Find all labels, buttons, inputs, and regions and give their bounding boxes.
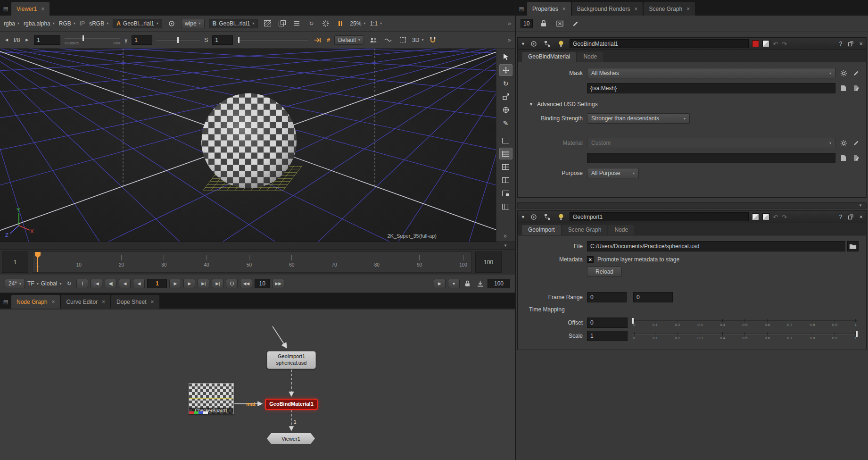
- fstop-down-icon[interactable]: ◀: [4, 35, 9, 45]
- step-forward-button[interactable]: ▶: [169, 279, 181, 288]
- node-checkerboard1[interactable]: CheckerBoard1: [189, 383, 234, 414]
- go-to-start-button[interactable]: |◀: [91, 279, 102, 288]
- gain-input[interactable]: [34, 35, 60, 45]
- stereo-views-icon[interactable]: [368, 35, 379, 45]
- frame-increment-input[interactable]: 10: [255, 279, 270, 288]
- viewer-3d-viewport[interactable]: Y Z X 2K_Super_35(full-ap) ↻ ✎: [0, 49, 515, 242]
- layout-corner-icon[interactable]: [499, 187, 513, 199]
- tab-geoimport[interactable]: GeoImport: [522, 225, 561, 235]
- checker-background-icon[interactable]: [262, 19, 273, 28]
- saturation-input[interactable]: [212, 35, 233, 45]
- waveform-icon[interactable]: [383, 35, 393, 45]
- uniform-scale-tool-icon[interactable]: [499, 104, 513, 116]
- set-out-button[interactable]: O: [226, 279, 238, 288]
- max-panels-input[interactable]: [521, 19, 533, 28]
- frame-range-start-input[interactable]: [587, 292, 627, 302]
- timeline-filter-select[interactable]: TF▾: [27, 280, 39, 287]
- refresh-icon[interactable]: ↻: [306, 19, 316, 28]
- lock-panels-icon[interactable]: [538, 19, 549, 28]
- close-icon[interactable]: ×: [51, 299, 55, 305]
- gamma-slider[interactable]: [157, 37, 200, 43]
- close-panel-icon[interactable]: ×: [859, 40, 863, 47]
- panel-menu-icon[interactable]: ▤: [1, 295, 10, 309]
- panel-menu-icon[interactable]: ▤: [517, 2, 526, 16]
- help-icon[interactable]: ?: [839, 41, 843, 47]
- node-name-input[interactable]: [570, 212, 749, 221]
- fstop-up-icon[interactable]: ▶: [24, 35, 30, 45]
- undo-icon[interactable]: ↶: [773, 213, 778, 221]
- offset-slider[interactable]: 00.10.20.30.40.50.60.70.80.91: [632, 317, 858, 329]
- edit-panels-icon[interactable]: [570, 19, 581, 28]
- slider-handle[interactable]: [177, 37, 179, 43]
- panel-divider[interactable]: ▼: [517, 202, 867, 209]
- node-color-swatch[interactable]: [752, 40, 759, 47]
- scale-input[interactable]: [587, 331, 628, 341]
- layout-split-vertical-icon[interactable]: [499, 174, 513, 186]
- advanced-usd-settings-section[interactable]: ▼ Advanced USD Settings: [529, 101, 862, 108]
- close-icon[interactable]: ×: [686, 6, 690, 12]
- range-start-box[interactable]: 1: [2, 251, 28, 273]
- center-node-icon[interactable]: [529, 212, 539, 222]
- clip-warning-icon[interactable]: [312, 35, 322, 45]
- material-select[interactable]: Custom▾: [587, 138, 835, 148]
- metadata-checkbox[interactable]: ×: [587, 256, 594, 263]
- pencil-icon[interactable]: [851, 68, 861, 78]
- mask-expression-input[interactable]: [587, 83, 835, 93]
- lock-range-icon[interactable]: [462, 279, 472, 288]
- layer-select[interactable]: rgba▾: [4, 20, 19, 27]
- loop-mode-icon[interactable]: ↻: [64, 279, 74, 288]
- fps-select[interactable]: 24*▾: [5, 279, 25, 288]
- collapse-panel-icon[interactable]: ▼: [521, 215, 525, 219]
- tab-node-graph[interactable]: Node Graph ×: [11, 295, 60, 309]
- grid-toggle-icon[interactable]: #: [327, 37, 330, 43]
- panel-menu-icon[interactable]: ▤: [1, 2, 10, 16]
- collapse-timeline-icon[interactable]: ▼: [504, 243, 507, 248]
- render-burst-icon[interactable]: [321, 19, 331, 28]
- gear-icon[interactable]: [839, 138, 848, 148]
- edit-list-icon[interactable]: [851, 153, 861, 163]
- scanline-icon[interactable]: [291, 19, 302, 28]
- render-button[interactable]: ●: [448, 279, 460, 288]
- gear-icon[interactable]: [839, 68, 848, 78]
- collapse-panel-icon[interactable]: ▼: [521, 42, 525, 46]
- center-node-icon[interactable]: [529, 39, 539, 49]
- end-frame-display[interactable]: 100: [488, 279, 510, 288]
- preview-lamp-icon[interactable]: [556, 212, 566, 222]
- tab-node[interactable]: Node: [577, 52, 603, 62]
- tab-geobindmaterial[interactable]: GeoBindMaterial: [522, 52, 576, 62]
- tab-node[interactable]: Node: [608, 225, 634, 235]
- layout-grid-icon[interactable]: [499, 161, 513, 173]
- draw-tool-icon[interactable]: ✎: [499, 117, 513, 129]
- display-channels-select[interactable]: RGB▾: [59, 20, 75, 27]
- close-icon[interactable]: ×: [41, 6, 44, 12]
- close-icon[interactable]: ×: [562, 6, 566, 12]
- snap-icon[interactable]: [428, 35, 438, 45]
- node-tree-icon[interactable]: [542, 39, 553, 49]
- view-mode-select[interactable]: 3D▾: [412, 37, 423, 43]
- frame-range-end-input[interactable]: [633, 292, 673, 302]
- close-icon[interactable]: ×: [151, 299, 154, 305]
- tab-scene-graph[interactable]: Scene Graph ×: [644, 2, 695, 16]
- timeline-ruler[interactable]: 1102030405060708090100: [32, 251, 471, 273]
- lut-select[interactable]: Default▾: [334, 35, 364, 45]
- set-in-button[interactable]: I: [76, 279, 88, 288]
- node-geoimport1[interactable]: GeoImport1 spherical.usd: [267, 351, 316, 369]
- node-geobindmaterial1[interactable]: GeoBindMaterial1: [265, 399, 318, 410]
- step-back-button[interactable]: ◀: [133, 279, 145, 288]
- tab-curve-editor[interactable]: Curve Editor ×: [61, 295, 110, 309]
- purpose-select[interactable]: All Purpose▾: [587, 168, 639, 178]
- rotate-tool-icon[interactable]: ↻: [499, 77, 513, 89]
- a-input-select[interactable]: A GeoBi...rial1 ▾: [113, 19, 162, 28]
- step-decrement-button[interactable]: ◀◀: [240, 279, 252, 288]
- zoom-select[interactable]: 25%▾: [350, 20, 365, 27]
- layout-single-icon[interactable]: [499, 134, 513, 146]
- viewer-timeline-splitter[interactable]: ▼: [0, 242, 515, 250]
- list-icon[interactable]: [839, 84, 848, 93]
- mask-select[interactable]: All Meshes▾: [587, 68, 835, 78]
- range-end-box[interactable]: 100: [475, 251, 502, 273]
- redo-icon[interactable]: ↷: [782, 213, 787, 221]
- select-tool-icon[interactable]: [499, 51, 513, 63]
- wipe-mode-select[interactable]: wipe▾: [181, 19, 205, 28]
- roi-icon[interactable]: [397, 35, 408, 45]
- more-tools-icon[interactable]: »: [502, 234, 509, 238]
